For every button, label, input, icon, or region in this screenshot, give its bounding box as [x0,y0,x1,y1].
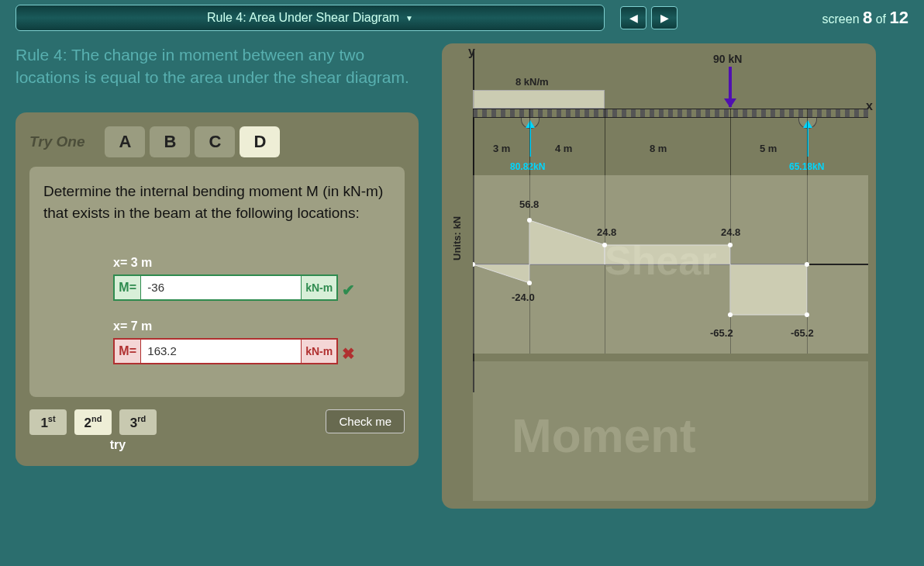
unit-label: kN-m [301,340,336,363]
unit-label: kN-m [301,276,336,299]
cross-icon: ✖ [342,344,355,363]
segment-2-label: 4 m [555,143,572,154]
arrow-right-icon: ▶ [660,12,669,24]
segment-1-label: 3 m [493,143,510,154]
shear-value: -24.0 [512,292,535,303]
point-load-arrow-icon [729,67,732,107]
segment-3-label: 8 m [650,143,667,154]
next-button[interactable]: ▶ [651,6,677,29]
input-row-1: M= kN-m ✔ [113,274,338,301]
option-b-button[interactable]: B [150,126,190,157]
diagram-canvas: y x 8 kN/m 90 kN 80.82kN 65.18kN 3 m 4 m… [442,43,876,509]
svg-point-8 [728,243,733,247]
svg-point-5 [527,281,532,285]
arrow-left-icon: ◀ [629,12,638,24]
try-one-label: Try One [29,133,84,150]
title-text: Rule 4: Area Under Shear Diagram [207,11,399,25]
try-3-button[interactable]: 3rd [119,409,157,436]
svg-marker-1 [473,220,605,283]
svg-point-4 [473,262,475,267]
check-icon: ✔ [342,281,355,299]
shear-value: -65.2 [710,327,733,339]
shear-value: 56.8 [519,198,539,210]
try-label: try [79,438,157,452]
moment-input-1[interactable] [141,276,301,299]
question-text: Determine the internal bending moment M … [43,181,391,225]
rule-statement: Rule 4: The change in moment between any… [16,43,419,89]
try-1-button[interactable]: 1st [29,409,67,436]
prev-button[interactable]: ◀ [620,6,646,29]
point-load-label: 90 kN [713,53,742,65]
distributed-load [473,90,605,109]
m-symbol: M= [115,276,141,299]
units-label: Units: kN [451,216,463,261]
shear-value: -65.2 [791,327,814,339]
beam [473,109,868,118]
option-d-button[interactable]: D [240,126,280,157]
try-one-panel: Try One A B C D Determine the internal b… [16,112,419,467]
distributed-load-label: 8 kN/m [515,76,549,88]
input-row-2: M= kN-m ✖ [113,338,338,364]
option-c-button[interactable]: C [195,126,235,157]
caret-down-icon: ▼ [405,14,413,22]
shear-value: 24.8 [721,226,740,238]
title-dropdown[interactable]: Rule 4: Area Under Shear Diagram ▼ [16,5,605,31]
reaction-label-left: 80.82kN [510,161,545,172]
svg-point-10 [805,312,809,317]
svg-point-9 [728,312,733,317]
shear-watermark: Shear [605,237,717,284]
screen-counter: screen 8 of 12 [822,8,908,28]
moment-watermark: Moment [512,408,696,463]
m-symbol: M= [115,340,141,363]
try-2-button[interactable]: 2nd [74,409,112,436]
segment-4-label: 5 m [760,143,777,154]
x-label-2: x= 7 m [113,319,391,333]
option-a-button[interactable]: A [105,126,145,157]
svg-point-11 [805,262,809,267]
shear-value: 24.8 [597,226,616,238]
svg-marker-3 [730,264,807,315]
moment-input-2[interactable] [141,340,301,363]
x-label-1: x= 3 m [113,256,391,270]
check-me-button[interactable]: Check me [326,409,405,433]
svg-point-6 [527,218,532,223]
